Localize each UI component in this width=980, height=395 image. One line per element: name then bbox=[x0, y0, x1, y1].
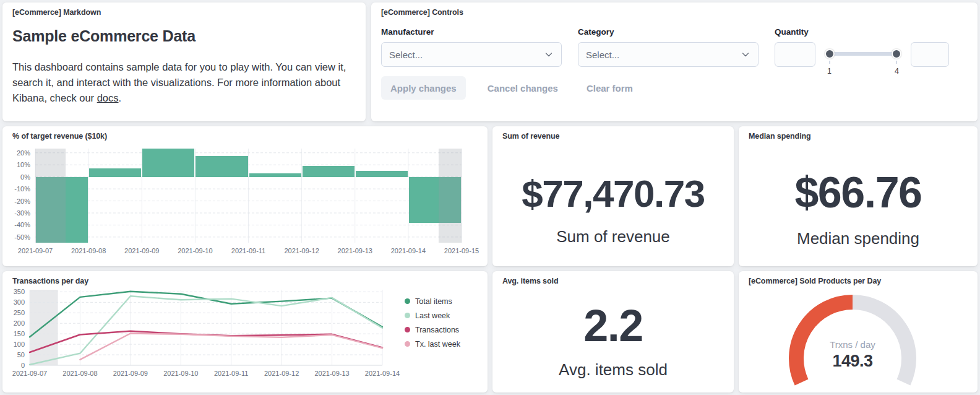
quantity-group: Quantity 1 4 bbox=[775, 27, 949, 79]
quantity-row: 1 4 bbox=[775, 42, 949, 79]
x-axis-tick-label: 2021-09-11 bbox=[214, 370, 248, 377]
manufacturer-label: Manufacturer bbox=[381, 27, 562, 37]
y-axis-tick-label: 300 bbox=[14, 298, 25, 306]
avg-items-label: Avg. items sold bbox=[492, 360, 734, 380]
bar[interactable] bbox=[356, 171, 408, 177]
x-axis-tick-label: 2021-09-09 bbox=[113, 370, 148, 377]
markdown-body: This dashboard contains sample data for … bbox=[12, 59, 354, 106]
sold-products-gauge-panel: [eCommerce] Sold Products per Day Trxns … bbox=[739, 271, 978, 393]
bar[interactable] bbox=[142, 149, 194, 177]
legend-item[interactable]: Total items bbox=[405, 294, 460, 308]
slider-handle-min[interactable] bbox=[825, 49, 835, 59]
x-axis-tick-label: 2021-09-14 bbox=[391, 247, 426, 254]
target-revenue-bar-chart[interactable]: 20%10%0%-10%-20%-30%-40%-50%2021-09-0720… bbox=[2, 126, 488, 266]
y-axis-tick-label: 150 bbox=[14, 330, 25, 337]
y-axis-tick-label: -10% bbox=[14, 185, 30, 193]
y-axis-tick-label: 200 bbox=[14, 319, 25, 327]
x-axis-tick-label: 2021-09-11 bbox=[231, 247, 265, 254]
legend-item[interactable]: Last week bbox=[405, 308, 460, 323]
x-axis-tick-label: 2021-09-10 bbox=[178, 247, 212, 254]
y-axis-tick-label: 50 bbox=[17, 351, 25, 358]
x-axis-tick-label: 2021-09-07 bbox=[18, 247, 53, 254]
bar[interactable] bbox=[249, 173, 301, 177]
sum-revenue-panel: Sum of revenue $77,470.73 Sum of revenue bbox=[492, 126, 734, 266]
slider-tick-max bbox=[896, 61, 897, 64]
partial-time-band bbox=[439, 149, 462, 243]
quantity-label: Quantity bbox=[775, 27, 949, 37]
y-axis-tick-label: -50% bbox=[14, 233, 30, 241]
y-axis-tick-label: -20% bbox=[14, 198, 30, 205]
category-group: Category Select... bbox=[578, 27, 759, 79]
sum-revenue-label: Sum of revenue bbox=[492, 227, 734, 246]
markdown-heading: Sample eCommerce Data bbox=[12, 27, 196, 45]
x-axis-tick-label: 2021-09-13 bbox=[338, 247, 372, 254]
series-line[interactable] bbox=[30, 296, 382, 365]
controls-panel: [eCommerce] Controls Manufacturer Select… bbox=[371, 2, 978, 121]
median-spending-panel: Median spending $66.76 Median spending bbox=[739, 126, 978, 266]
x-axis-tick-label: 2021-09-12 bbox=[264, 370, 299, 377]
cancel-changes-button[interactable]: Cancel changes bbox=[488, 83, 558, 93]
y-axis-tick-label: 0% bbox=[20, 173, 30, 181]
legend-dot-icon bbox=[405, 327, 410, 332]
x-axis-tick-label: 2021-09-09 bbox=[124, 247, 159, 254]
legend-item[interactable]: Transactions bbox=[405, 323, 460, 337]
legend-label: Last week bbox=[415, 311, 450, 320]
bar[interactable] bbox=[303, 166, 355, 176]
legend-dot-icon bbox=[405, 298, 410, 304]
category-label: Category bbox=[578, 27, 759, 37]
gauge-metric-value: 149.3 bbox=[791, 352, 914, 371]
category-select[interactable]: Select... bbox=[578, 42, 759, 67]
panel-title-median-spending: Median spending bbox=[749, 132, 811, 141]
controls-row: Manufacturer Select... Category Select..… bbox=[381, 27, 968, 79]
slider-handle-max[interactable] bbox=[892, 49, 901, 59]
panel-title-avg-items: Avg. items sold bbox=[502, 277, 558, 285]
x-axis-tick-label: 2021-09-13 bbox=[314, 370, 349, 377]
chevron-down-icon bbox=[544, 50, 554, 59]
chevron-down-icon bbox=[741, 50, 750, 59]
x-axis-tick-label: 2021-09-07 bbox=[12, 370, 47, 377]
legend-label: Transactions bbox=[415, 326, 459, 334]
docs-link[interactable]: docs bbox=[97, 92, 119, 103]
y-axis-tick-label: 10% bbox=[17, 161, 30, 168]
panel-title-sum-revenue: Sum of revenue bbox=[502, 132, 559, 141]
transactions-panel: Transactions per day 0501001502002503003… bbox=[2, 271, 488, 393]
gauge-metric-label: Trxns / day bbox=[791, 339, 914, 350]
manufacturer-placeholder: Select... bbox=[389, 50, 423, 60]
legend-item[interactable]: Tx. last week bbox=[405, 337, 460, 351]
controls-buttons: Apply changes Cancel changes Clear form bbox=[381, 76, 633, 100]
clear-form-button[interactable]: Clear form bbox=[587, 83, 633, 93]
quantity-range-slider: 1 4 bbox=[827, 42, 900, 79]
x-axis-tick-label: 2021-09-08 bbox=[71, 247, 106, 254]
panel-title-markdown: [eCommerce] Markdown bbox=[12, 8, 101, 17]
x-axis-tick-label: 2021-09-12 bbox=[284, 247, 319, 254]
slider-tick-min bbox=[829, 61, 830, 64]
slider-track[interactable] bbox=[827, 52, 900, 56]
avg-items-value: 2.2 bbox=[492, 303, 734, 348]
target-revenue-panel: % of target revenue ($10k) 20%10%0%-10%-… bbox=[2, 126, 488, 266]
y-axis-tick-label: 100 bbox=[14, 341, 25, 348]
legend-label: Total items bbox=[415, 297, 452, 306]
bar[interactable] bbox=[89, 168, 141, 177]
bar[interactable] bbox=[196, 156, 247, 177]
avg-items-panel: Avg. items sold 2.2 Avg. items sold bbox=[492, 271, 734, 393]
sum-revenue-value: $77,470.73 bbox=[492, 175, 734, 213]
legend-label: Tx. last week bbox=[415, 340, 460, 349]
median-spending-label: Median spending bbox=[739, 229, 978, 248]
y-axis-tick-label: -30% bbox=[14, 209, 30, 217]
manufacturer-select[interactable]: Select... bbox=[381, 42, 562, 67]
markdown-panel: [eCommerce] Markdown Sample eCommerce Da… bbox=[2, 2, 366, 121]
markdown-body-suffix: . bbox=[119, 92, 122, 103]
y-axis-tick-label: -40% bbox=[14, 221, 30, 228]
gauge-text: Trxns / day 149.3 bbox=[791, 339, 914, 371]
x-axis-tick-label: 2021-09-08 bbox=[62, 370, 97, 377]
median-spending-value: $66.76 bbox=[739, 171, 978, 214]
y-axis-tick-label: 0 bbox=[21, 362, 25, 369]
quantity-max-input[interactable] bbox=[911, 42, 949, 67]
category-placeholder: Select... bbox=[586, 50, 619, 60]
slider-max-label: 4 bbox=[895, 67, 899, 76]
slider-min-label: 1 bbox=[827, 67, 832, 76]
sold-products-gauge[interactable] bbox=[739, 271, 978, 393]
quantity-min-input[interactable] bbox=[775, 42, 815, 67]
x-axis-tick-label: 2021-09-10 bbox=[163, 370, 198, 377]
apply-changes-button[interactable]: Apply changes bbox=[381, 76, 466, 100]
